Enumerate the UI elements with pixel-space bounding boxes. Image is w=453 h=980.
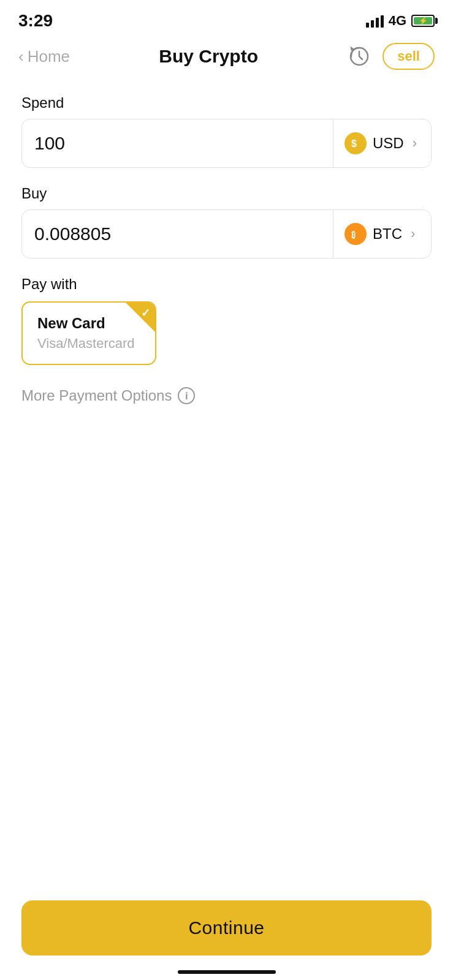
sell-button[interactable]: sell [383,43,435,70]
back-button[interactable]: ‹ Home [18,47,70,66]
battery-lightning-icon: ⚡ [419,17,428,25]
network-label: 4G [389,13,406,29]
buy-input-row: ₿ BTC › [21,209,432,258]
back-label: Home [28,47,70,66]
status-bar: 3:29 4G ⚡ [0,0,453,37]
more-payment-options[interactable]: More Payment Options i [21,387,432,404]
spend-currency-code: USD [373,135,404,152]
payment-card-sub: Visa/Mastercard [37,336,140,352]
spend-amount-input[interactable] [22,119,333,167]
usd-icon: $ [345,132,367,154]
payment-card[interactable]: New Card Visa/Mastercard [21,301,156,365]
info-icon: i [178,387,195,404]
continue-button[interactable]: Continue [21,900,432,956]
battery-icon: ⚡ [411,15,435,27]
back-chevron-icon: ‹ [18,48,24,64]
info-icon-text: i [185,391,188,401]
buy-label: Buy [21,185,432,202]
buy-currency-chevron-icon: › [411,226,415,242]
spend-label: Spend [21,94,432,111]
buy-currency-selector[interactable]: ₿ BTC › [333,210,431,258]
buy-currency-code: BTC [373,225,402,243]
nav-bar: ‹ Home Buy Crypto sell [0,37,453,82]
more-options-label: More Payment Options [21,387,172,404]
payment-card-name: New Card [37,315,140,332]
buy-amount-input[interactable] [22,210,333,258]
spend-currency-chevron-icon: › [413,135,417,151]
continue-btn-wrapper: Continue [21,900,432,956]
signal-bars-icon [366,14,384,28]
spend-input-row: $ USD › [21,119,432,168]
home-indicator [178,970,276,974]
nav-actions: sell [347,43,435,70]
history-icon[interactable] [347,44,371,69]
spend-currency-selector[interactable]: $ USD › [333,119,431,167]
status-time: 3:29 [18,11,53,31]
spend-section: Spend $ USD › [21,94,432,168]
page-title: Buy Crypto [159,46,258,67]
svg-text:$: $ [351,138,357,149]
btc-icon: ₿ [345,223,367,245]
pay-with-label: Pay with [21,276,432,293]
pay-with-section: Pay with New Card Visa/Mastercard More P… [21,276,432,404]
svg-text:₿: ₿ [351,230,356,239]
buy-section: Buy ₿ BTC › [21,185,432,258]
main-content: Spend $ USD › Buy ₿ [0,82,453,404]
status-right: 4G ⚡ [366,13,435,29]
payment-card-badge-icon [126,303,155,332]
battery-fill: ⚡ [414,17,432,24]
